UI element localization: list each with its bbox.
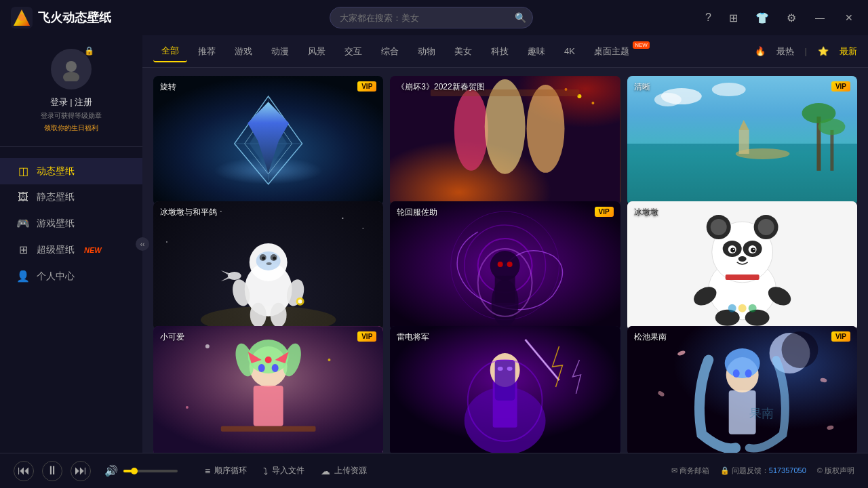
next-button[interactable]: ⏭ bbox=[71, 461, 91, 481]
settings-button[interactable]: ⚙ bbox=[784, 9, 799, 27]
order-label: 顺序循环 bbox=[214, 465, 247, 476]
birthday-link[interactable]: 领取你的生日福利 bbox=[44, 123, 98, 133]
nav-item-profile[interactable]: 👤 个人中心 bbox=[0, 263, 142, 289]
svg-point-3 bbox=[66, 61, 77, 72]
volume-area: 🔊 bbox=[104, 464, 178, 477]
card-title-8: 雷电将军 bbox=[397, 331, 429, 343]
cat-4k[interactable]: 4K bbox=[556, 42, 583, 60]
minimize-button[interactable]: — bbox=[811, 11, 829, 24]
wallpaper-card-5[interactable]: 轮回服佐助 VIP bbox=[390, 201, 620, 331]
feedback-label: 🔒 问题反馈：517357050 bbox=[720, 466, 806, 476]
player-controls: ⏮ ⏸ ⏭ bbox=[14, 461, 91, 481]
play-pause-button[interactable]: ⏸ bbox=[42, 461, 62, 481]
wallpaper-grid: 旋转 VIP bbox=[142, 68, 868, 453]
svg-point-4 bbox=[63, 72, 79, 81]
nav-label-game: 游戏壁纸 bbox=[37, 218, 75, 230]
new-sort-icon: ⭐ bbox=[818, 46, 829, 56]
import-label: 导入文件 bbox=[272, 465, 304, 476]
super-new-badge: NEW bbox=[84, 246, 102, 254]
search-button[interactable]: 🔍 bbox=[515, 12, 526, 23]
feedback-link[interactable]: 517357050 bbox=[769, 466, 806, 474]
import-icon: ⤵ bbox=[263, 466, 268, 476]
volume-thumb bbox=[131, 468, 138, 474]
cat-interactive[interactable]: 交互 bbox=[336, 41, 370, 62]
close-button[interactable]: ✕ bbox=[841, 11, 857, 24]
wallpaper-card-1[interactable]: 旋转 VIP bbox=[153, 76, 383, 205]
static-icon: 🖼 bbox=[16, 191, 30, 203]
login-sub: 登录可获得等级勋章 bbox=[41, 111, 102, 121]
card-title-1: 旋转 bbox=[160, 81, 176, 93]
bottom-bar: ⏮ ⏸ ⏭ 🔊 ≡ 顺序循环 ⤵ 导入文件 ☁ 上传资源 ✉ 商务邮箱 🔒 问题… bbox=[0, 453, 868, 488]
nav-items: ◫ 动态壁纸 🖼 静态壁纸 🎮 游戏壁纸 ⊞ 超级壁纸 NEW 👤 个人中心 bbox=[0, 147, 142, 439]
fire-icon: 🔥 bbox=[755, 46, 766, 56]
cat-scenery[interactable]: 风景 bbox=[300, 41, 334, 62]
upload-button[interactable]: ☁ 上传资源 bbox=[321, 465, 367, 476]
grid-button[interactable]: ⊞ bbox=[726, 9, 741, 27]
wallpaper-card-4[interactable]: 冰墩墩与和平鸽 bbox=[153, 201, 383, 331]
upload-label: 上传资源 bbox=[334, 465, 367, 476]
nav-item-game[interactable]: 🎮 游戏壁纸 bbox=[0, 210, 142, 237]
sort-new-label: 最新 bbox=[840, 45, 857, 58]
nav-label-static: 静态壁纸 bbox=[37, 191, 75, 203]
vip-badge-7: VIP bbox=[357, 331, 376, 342]
vip-badge-9: VIP bbox=[831, 331, 850, 342]
cat-beauty[interactable]: 美女 bbox=[446, 41, 480, 62]
categories-bar: 全部 推荐 游戏 动漫 风景 交互 综合 动物 美女 科技 趣味 4K 桌面主题… bbox=[142, 35, 868, 68]
cat-tech[interactable]: 科技 bbox=[483, 41, 517, 62]
nav-item-static[interactable]: 🖼 静态壁纸 bbox=[0, 184, 142, 210]
upload-icon: ☁ bbox=[321, 466, 330, 476]
nav-item-dynamic[interactable]: ◫ 动态壁纸 bbox=[0, 158, 142, 184]
profile-icon: 👤 bbox=[16, 270, 30, 283]
card-title-6: 冰墩墩 bbox=[634, 207, 658, 218]
nav-label-profile: 个人中心 bbox=[37, 270, 75, 283]
wallpaper-card-9[interactable]: 果南 松池果南 VIP bbox=[627, 326, 857, 453]
sort-new-button[interactable]: 最新 bbox=[840, 45, 857, 58]
wallpaper-card-8[interactable]: 雷电将军 bbox=[390, 326, 620, 453]
wallpaper-card-3[interactable]: 清晰 VIP bbox=[627, 76, 857, 205]
cat-mixed[interactable]: 综合 bbox=[373, 41, 407, 62]
volume-slider[interactable] bbox=[123, 470, 178, 472]
vip-badge-1: VIP bbox=[357, 81, 376, 92]
card-title-4: 冰墩墩与和平鸽 bbox=[160, 207, 217, 218]
sort-hot-button[interactable]: 最热 bbox=[776, 45, 794, 58]
order-icon: ≡ bbox=[205, 466, 210, 476]
search-bar: 🔍 bbox=[160, 7, 703, 28]
wallpaper-card-7[interactable]: 小可爱 VIP bbox=[153, 326, 383, 453]
order-mode-button[interactable]: ≡ 顺序循环 bbox=[205, 465, 247, 476]
nav-item-super[interactable]: ⊞ 超级壁纸 NEW bbox=[0, 237, 142, 263]
search-input[interactable] bbox=[330, 7, 533, 28]
dynamic-icon: ◫ bbox=[16, 165, 30, 178]
game-icon: 🎮 bbox=[16, 217, 30, 230]
cat-game[interactable]: 游戏 bbox=[226, 41, 260, 62]
cat-desktop[interactable]: 桌面主题 NEW bbox=[586, 41, 648, 62]
bottom-menu-items: ≡ 顺序循环 ⤵ 导入文件 ☁ 上传资源 bbox=[205, 465, 367, 476]
wallpaper-card-2[interactable]: 《崩坏3》2022新春贺图 bbox=[390, 76, 620, 205]
card-title-3: 清晰 bbox=[634, 81, 650, 93]
prev-button[interactable]: ⏮ bbox=[14, 461, 34, 481]
cat-fun[interactable]: 趣味 bbox=[519, 41, 553, 62]
nav-label-super: 超级壁纸 bbox=[37, 244, 75, 256]
cat-recommend[interactable]: 推荐 bbox=[190, 41, 224, 62]
vip-badge-5: VIP bbox=[595, 207, 614, 217]
tshirt-button[interactable]: 👕 bbox=[753, 9, 772, 27]
search-wrap: 🔍 bbox=[330, 7, 533, 28]
cat-desktop-label: 桌面主题 bbox=[594, 46, 629, 56]
sort-hot-label: 最热 bbox=[776, 45, 794, 58]
email-label: ✉ 商务邮箱 bbox=[671, 466, 709, 476]
card-title-9: 松池果南 bbox=[634, 331, 667, 343]
card-title-2: 《崩坏3》2022新春贺图 bbox=[397, 81, 484, 93]
cat-all[interactable]: 全部 bbox=[153, 41, 187, 62]
help-button[interactable]: ? bbox=[703, 9, 714, 26]
app-logo-icon bbox=[11, 7, 33, 28]
import-button[interactable]: ⤵ 导入文件 bbox=[263, 465, 304, 476]
login-text[interactable]: 登录 | 注册 bbox=[50, 96, 93, 108]
sidebar: 🔒 登录 | 注册 登录可获得等级勋章 领取你的生日福利 ◫ 动态壁纸 🖼 静态… bbox=[0, 35, 142, 453]
desktop-new-badge: NEW bbox=[633, 41, 650, 49]
copyright-label: © 版权声明 bbox=[817, 466, 854, 476]
lock-icon: 🔒 bbox=[84, 46, 94, 56]
card-title-7: 小可爱 bbox=[160, 331, 184, 343]
bottom-right: ✉ 商务邮箱 🔒 问题反馈：517357050 © 版权声明 bbox=[671, 466, 854, 476]
cat-animal[interactable]: 动物 bbox=[410, 41, 443, 62]
cat-anime[interactable]: 动漫 bbox=[263, 41, 297, 62]
wallpaper-card-6[interactable]: 冰墩墩 bbox=[627, 201, 857, 331]
